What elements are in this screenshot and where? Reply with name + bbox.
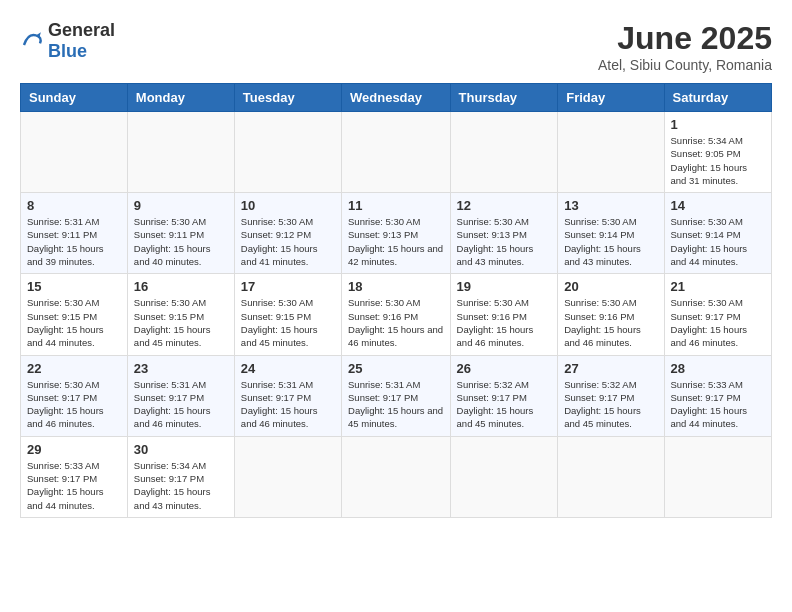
day-info: Sunrise: 5:30 AMSunset: 9:13 PMDaylight:… (348, 215, 444, 268)
day-number: 11 (348, 198, 444, 213)
day-info: Sunrise: 5:31 AMSunset: 9:11 PMDaylight:… (27, 215, 121, 268)
title-block: June 2025 Atel, Sibiu County, Romania (598, 20, 772, 73)
table-row: 14Sunrise: 5:30 AMSunset: 9:14 PMDayligh… (664, 193, 771, 274)
day-info: Sunrise: 5:34 AMSunset: 9:05 PMDaylight:… (671, 134, 765, 187)
day-number: 17 (241, 279, 335, 294)
col-sunday: Sunday (21, 84, 128, 112)
table-row: 25Sunrise: 5:31 AMSunset: 9:17 PMDayligh… (342, 355, 451, 436)
calendar-table: Sunday Monday Tuesday Wednesday Thursday… (20, 83, 772, 518)
calendar-week-row: 8Sunrise: 5:31 AMSunset: 9:11 PMDaylight… (21, 193, 772, 274)
day-info: Sunrise: 5:34 AMSunset: 9:17 PMDaylight:… (134, 459, 228, 512)
table-row: 9Sunrise: 5:30 AMSunset: 9:11 PMDaylight… (127, 193, 234, 274)
day-number: 22 (27, 361, 121, 376)
location-subtitle: Atel, Sibiu County, Romania (598, 57, 772, 73)
day-number: 8 (27, 198, 121, 213)
table-row: 29Sunrise: 5:33 AMSunset: 9:17 PMDayligh… (21, 436, 128, 517)
page-header: General Blue June 2025 Atel, Sibiu Count… (20, 20, 772, 73)
day-info: Sunrise: 5:30 AMSunset: 9:15 PMDaylight:… (27, 296, 121, 349)
day-info: Sunrise: 5:30 AMSunset: 9:16 PMDaylight:… (564, 296, 657, 349)
day-info: Sunrise: 5:30 AMSunset: 9:11 PMDaylight:… (134, 215, 228, 268)
table-row: 22Sunrise: 5:30 AMSunset: 9:17 PMDayligh… (21, 355, 128, 436)
table-row: 1Sunrise: 5:34 AMSunset: 9:05 PMDaylight… (664, 112, 771, 193)
day-number: 23 (134, 361, 228, 376)
day-info: Sunrise: 5:33 AMSunset: 9:17 PMDaylight:… (671, 378, 765, 431)
table-row: 8Sunrise: 5:31 AMSunset: 9:11 PMDaylight… (21, 193, 128, 274)
table-row: 18Sunrise: 5:30 AMSunset: 9:16 PMDayligh… (342, 274, 451, 355)
table-row: 16Sunrise: 5:30 AMSunset: 9:15 PMDayligh… (127, 274, 234, 355)
day-number: 10 (241, 198, 335, 213)
day-info: Sunrise: 5:30 AMSunset: 9:15 PMDaylight:… (241, 296, 335, 349)
table-row (558, 436, 664, 517)
col-tuesday: Tuesday (234, 84, 341, 112)
day-number: 1 (671, 117, 765, 132)
day-info: Sunrise: 5:30 AMSunset: 9:16 PMDaylight:… (457, 296, 552, 349)
day-info: Sunrise: 5:30 AMSunset: 9:14 PMDaylight:… (564, 215, 657, 268)
month-year-title: June 2025 (598, 20, 772, 57)
day-info: Sunrise: 5:32 AMSunset: 9:17 PMDaylight:… (457, 378, 552, 431)
day-number: 26 (457, 361, 552, 376)
table-row: 21Sunrise: 5:30 AMSunset: 9:17 PMDayligh… (664, 274, 771, 355)
col-monday: Monday (127, 84, 234, 112)
day-info: Sunrise: 5:30 AMSunset: 9:15 PMDaylight:… (134, 296, 228, 349)
day-info: Sunrise: 5:32 AMSunset: 9:17 PMDaylight:… (564, 378, 657, 431)
table-row: 28Sunrise: 5:33 AMSunset: 9:17 PMDayligh… (664, 355, 771, 436)
day-info: Sunrise: 5:30 AMSunset: 9:17 PMDaylight:… (671, 296, 765, 349)
day-number: 16 (134, 279, 228, 294)
day-info: Sunrise: 5:31 AMSunset: 9:17 PMDaylight:… (348, 378, 444, 431)
table-row (127, 112, 234, 193)
calendar-week-row: 1Sunrise: 5:34 AMSunset: 9:05 PMDaylight… (21, 112, 772, 193)
day-number: 28 (671, 361, 765, 376)
col-thursday: Thursday (450, 84, 558, 112)
table-row (558, 112, 664, 193)
day-number: 21 (671, 279, 765, 294)
day-number: 15 (27, 279, 121, 294)
table-row: 19Sunrise: 5:30 AMSunset: 9:16 PMDayligh… (450, 274, 558, 355)
table-row: 27Sunrise: 5:32 AMSunset: 9:17 PMDayligh… (558, 355, 664, 436)
day-info: Sunrise: 5:30 AMSunset: 9:17 PMDaylight:… (27, 378, 121, 431)
table-row: 26Sunrise: 5:32 AMSunset: 9:17 PMDayligh… (450, 355, 558, 436)
day-number: 25 (348, 361, 444, 376)
table-row: 30Sunrise: 5:34 AMSunset: 9:17 PMDayligh… (127, 436, 234, 517)
day-info: Sunrise: 5:33 AMSunset: 9:17 PMDaylight:… (27, 459, 121, 512)
table-row (450, 112, 558, 193)
day-number: 30 (134, 442, 228, 457)
calendar-week-row: 29Sunrise: 5:33 AMSunset: 9:17 PMDayligh… (21, 436, 772, 517)
table-row: 23Sunrise: 5:31 AMSunset: 9:17 PMDayligh… (127, 355, 234, 436)
table-row: 17Sunrise: 5:30 AMSunset: 9:15 PMDayligh… (234, 274, 341, 355)
day-info: Sunrise: 5:31 AMSunset: 9:17 PMDaylight:… (134, 378, 228, 431)
day-number: 13 (564, 198, 657, 213)
calendar-week-row: 22Sunrise: 5:30 AMSunset: 9:17 PMDayligh… (21, 355, 772, 436)
table-row: 10Sunrise: 5:30 AMSunset: 9:12 PMDayligh… (234, 193, 341, 274)
col-wednesday: Wednesday (342, 84, 451, 112)
table-row: 13Sunrise: 5:30 AMSunset: 9:14 PMDayligh… (558, 193, 664, 274)
table-row (664, 436, 771, 517)
logo-blue: Blue (48, 41, 87, 61)
day-info: Sunrise: 5:30 AMSunset: 9:12 PMDaylight:… (241, 215, 335, 268)
day-number: 14 (671, 198, 765, 213)
table-row: 15Sunrise: 5:30 AMSunset: 9:15 PMDayligh… (21, 274, 128, 355)
day-info: Sunrise: 5:30 AMSunset: 9:13 PMDaylight:… (457, 215, 552, 268)
day-info: Sunrise: 5:30 AMSunset: 9:16 PMDaylight:… (348, 296, 444, 349)
day-number: 9 (134, 198, 228, 213)
calendar-header-row: Sunday Monday Tuesday Wednesday Thursday… (21, 84, 772, 112)
table-row: 12Sunrise: 5:30 AMSunset: 9:13 PMDayligh… (450, 193, 558, 274)
logo: General Blue (20, 20, 115, 62)
day-number: 29 (27, 442, 121, 457)
day-number: 18 (348, 279, 444, 294)
col-friday: Friday (558, 84, 664, 112)
table-row (450, 436, 558, 517)
table-row: 20Sunrise: 5:30 AMSunset: 9:16 PMDayligh… (558, 274, 664, 355)
col-saturday: Saturday (664, 84, 771, 112)
day-number: 20 (564, 279, 657, 294)
day-number: 12 (457, 198, 552, 213)
table-row: 24Sunrise: 5:31 AMSunset: 9:17 PMDayligh… (234, 355, 341, 436)
logo-general: General (48, 20, 115, 40)
logo-icon (20, 29, 44, 53)
calendar-week-row: 15Sunrise: 5:30 AMSunset: 9:15 PMDayligh… (21, 274, 772, 355)
day-number: 27 (564, 361, 657, 376)
table-row (234, 436, 341, 517)
table-row (21, 112, 128, 193)
table-row (342, 436, 451, 517)
table-row (234, 112, 341, 193)
day-number: 19 (457, 279, 552, 294)
